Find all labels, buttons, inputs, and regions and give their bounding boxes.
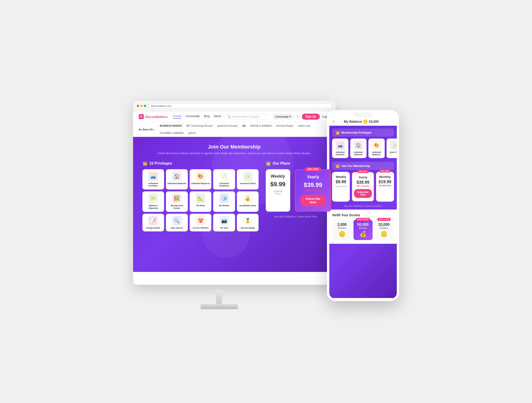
press-logos: BUSINESS INSIDER MIT Technology Review a…	[160, 125, 330, 134]
plan-card-weekly[interactable]: Weekly $9.99 Original Price	[266, 169, 290, 212]
press-logo-apartment-therapy: apartment therapy	[217, 125, 238, 127]
phone-plan-card-monthly[interactable]: 50% OFFMonthly$19.99($4.99/week)	[376, 172, 394, 202]
back-button[interactable]: ‹	[333, 119, 334, 124]
privilege-card-8[interactable]: 🧊 3D Models	[213, 191, 235, 212]
phone-plans-row: Weekly$9.99Orignal Price90% OFFYearly$39…	[329, 172, 397, 204]
privilege-label-0: Unlimited Furniture	[144, 182, 163, 187]
privilege-card-14[interactable]: 🏅 Special Badge	[237, 214, 259, 232]
phone-privileges-scroll[interactable]: 🛋️ Unlimited Furniture 🏠 Unlimited MyRoo…	[329, 139, 397, 160]
refill-cards-row: 2,000Dcoins🪙Extra 10,00050,000Dcoins💰Ext…	[333, 220, 393, 240]
refill-amount-0: 2,000	[334, 223, 350, 227]
maximize-window-btn[interactable]	[144, 105, 146, 107]
refill-card-1[interactable]: Extra 10,00050,000Dcoins💰	[354, 220, 373, 240]
plan-card-yearly[interactable]: 90% OFF Yearly $39.99 ($0.77/week) Subsc…	[295, 169, 331, 212]
privilege-card-0[interactable]: 🛋️ Unlimited Furniture	[142, 169, 164, 190]
phone-privilege-icon-0: 🛋️	[336, 141, 345, 150]
phone-confidence-text: Buy with Confidence: Cancel at any time	[329, 204, 397, 210]
community-dropdown-btn[interactable]: Community ▾	[272, 114, 293, 119]
weekly-plan-name: Weekly	[270, 174, 285, 179]
close-window-btn[interactable]	[137, 105, 139, 107]
plans-section: 👑 Our Plans Weekly $9.99 Original Price …	[266, 161, 326, 218]
press-logo-yahoo: yahoo!	[188, 132, 196, 134]
content-columns: 👑 15 Privileges 🛋️ Unlimited Furniture 🏠…	[142, 161, 326, 232]
refill-card-0[interactable]: 2,000Dcoins🪙	[333, 220, 352, 240]
press-logo-realtor: realtor.com	[298, 125, 310, 127]
nav-about[interactable]: About	[214, 115, 221, 119]
desktop-browser: decormatters.com D DecorMatters Create C…	[133, 101, 336, 285]
privilege-card-7[interactable]: 📐 AR Ruler	[190, 191, 212, 212]
refill-badge-1: Extra 10,000	[356, 218, 370, 221]
refill-label-0: Dcoins	[334, 227, 350, 229]
refill-icon-2: 🪙	[376, 231, 392, 237]
phone-privilege-card-3[interactable]: ✨ Anim Filter	[386, 139, 397, 158]
privilege-card-5[interactable]: 📁 MyDecor Organizer	[142, 191, 164, 212]
refill-amount-1: 50,000	[355, 223, 371, 227]
as-seen-on-bar: As Seen On... BUSINESS INSIDER MIT Techn…	[133, 122, 336, 137]
privilege-icon-5: 📁	[148, 194, 158, 203]
privilege-label-7: AR Ruler	[196, 205, 205, 207]
privilege-card-10[interactable]: 📝 Design Drafts	[142, 214, 164, 232]
logo[interactable]: D DecorMatters	[139, 114, 168, 119]
phone-join-membership-header: 👑 Join Our Membership	[332, 162, 394, 170]
phone-notch	[354, 112, 372, 117]
search-icon: 🔍	[228, 115, 231, 118]
phone-membership-privileges-header: 👑 Membership Privileges	[332, 128, 394, 137]
more-options-icon[interactable]: ⋮	[296, 115, 299, 119]
nav-actions: Community ▾ ⋮ Sign Up Log In	[272, 114, 330, 120]
phone-plan-weekly-1: ($0.77/week)	[354, 185, 372, 187]
privilege-icon-10: 📝	[148, 216, 158, 225]
phone-privilege-card-1[interactable]: 🏠 Unlimited MyRoom	[350, 139, 367, 158]
press-logo-ad: AD	[242, 125, 246, 127]
yearly-weekly-equiv: ($0.77/week)	[300, 189, 326, 192]
signup-button[interactable]: Sign Up	[302, 114, 320, 120]
logo-icon: D	[139, 114, 144, 119]
privilege-icon-3: 📄	[219, 172, 229, 181]
privileges-heading: 👑 15 Privileges	[142, 161, 259, 166]
press-logo-business-insider: BUSINESS INSIDER	[160, 125, 182, 127]
privilege-card-12[interactable]: 💝 Access Wishlist	[190, 214, 212, 232]
my-balance-text: My Balance	[344, 120, 362, 123]
phone-plan-card-weekly[interactable]: Weekly$9.99Orignal Price	[332, 172, 350, 202]
subscribe-now-button[interactable]: Subscribe Now	[300, 195, 326, 206]
phone-plan-badge-2: 50% OFF	[379, 169, 391, 173]
nav-community[interactable]: Community	[185, 115, 200, 119]
phone-privilege-icon-1: 🏠	[354, 141, 363, 150]
phone-privilege-card-0[interactable]: 🛋️ Unlimited Furniture	[332, 139, 348, 158]
phone-privileges-title: Membership Privileges	[342, 131, 372, 134]
privilege-label-12: Access Wishlist	[192, 227, 208, 229]
privilege-card-2[interactable]: 🎨 Unlimited MyDecor	[190, 169, 212, 190]
phone-body: 👑 Membership Privileges 🛋️ Unlimited Fur…	[329, 126, 397, 298]
refill-card-2[interactable]: Extra 1,00010,000Dcoins🪙	[374, 220, 393, 240]
privilege-card-13[interactable]: 📷 AR View	[213, 214, 235, 232]
privilege-card-4[interactable]: ✨ Animated Filters	[237, 169, 259, 190]
yearly-plan-price: $39.99	[300, 181, 326, 189]
privileges-heading-text: 15 Privileges	[149, 161, 172, 166]
mobile-phone: ‹ My Balance D 43,000 👑 Membership Privi…	[327, 110, 399, 301]
privilege-card-6[interactable]: 🖼️ Background Eraser	[166, 191, 188, 212]
refill-icon-0: 🪙	[334, 231, 350, 237]
privilege-card-11[interactable]: 🔍 Item Search	[166, 214, 188, 232]
navbar: D DecorMatters Create Community Blog Abo…	[133, 111, 336, 122]
phone-subscribe-btn-1[interactable]: Subscribe Now	[354, 189, 372, 198]
nav-create[interactable]: Create	[173, 115, 181, 119]
nav-blog[interactable]: Blog	[204, 115, 209, 119]
privilege-icon-6: 🖼️	[172, 194, 182, 203]
phone-privilege-card-2[interactable]: 🎨 Unlimited MyDecor	[368, 139, 385, 158]
chevron-down-icon: ▾	[289, 115, 291, 118]
phone-plan-weekly-2: ($4.99/week)	[378, 184, 392, 187]
phone-join-crown-icon: 👑	[335, 164, 340, 168]
stand-neck	[212, 290, 226, 304]
search-bar[interactable]: 🔍 Search Interior Designs	[225, 114, 269, 119]
minimize-window-btn[interactable]	[140, 105, 143, 107]
privilege-card-3[interactable]: 📄 Unlimited Templates	[213, 169, 235, 190]
yearly-plan-name: Yearly	[300, 175, 326, 179]
search-placeholder: Search Interior Designs	[232, 115, 259, 118]
address-bar[interactable]: decormatters.com	[149, 103, 332, 109]
privilege-card-1[interactable]: 🏠 Unlimited MyRoom	[166, 169, 188, 190]
phone-plan-card-yearly[interactable]: 90% OFFYearly$39.99($0.77/week)Subscribe…	[352, 172, 374, 202]
privilege-card-9[interactable]: 🔒 Uneditable Items	[237, 191, 259, 212]
stand-base	[201, 304, 238, 309]
privilege-label-3: Unlimited Templates	[215, 182, 234, 187]
phone-privilege-label-0: Unlimited Furniture	[334, 151, 347, 156]
privilege-icon-0: 🛋️	[148, 172, 158, 181]
